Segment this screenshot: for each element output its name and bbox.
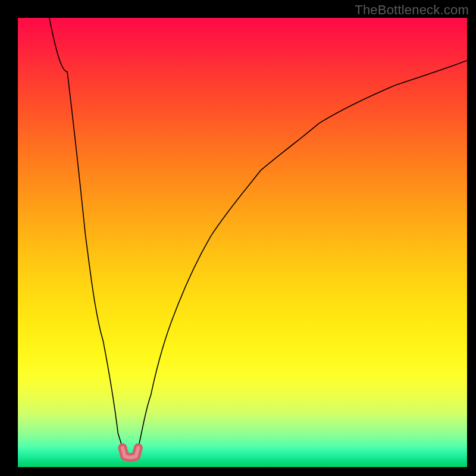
left-branch-curve <box>49 18 123 448</box>
chart-frame: TheBottleneck.com <box>0 0 476 476</box>
right-branch-curve <box>138 61 467 448</box>
curve-layer <box>18 18 467 467</box>
watermark-text: TheBottleneck.com <box>355 2 469 18</box>
plot-area <box>18 18 467 467</box>
